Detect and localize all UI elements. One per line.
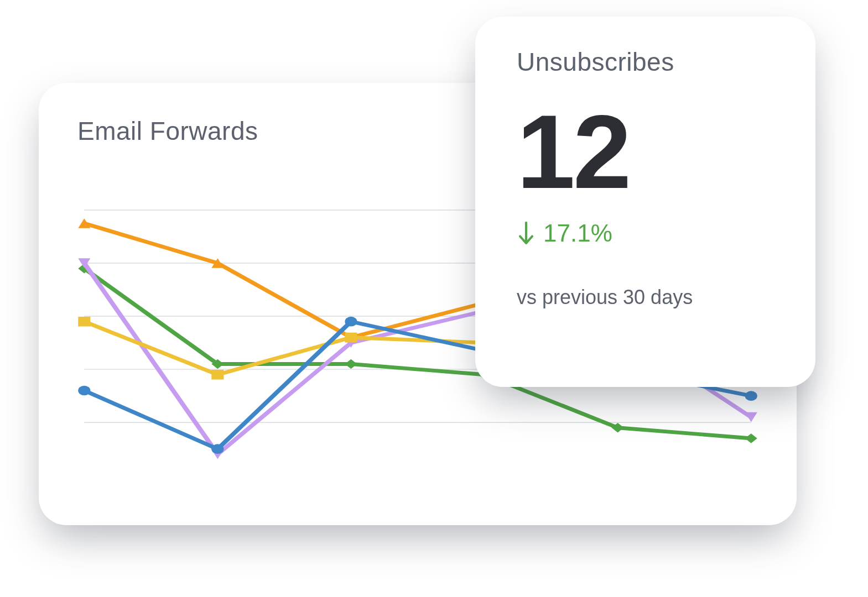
chart-point <box>78 317 90 327</box>
svg-rect-25 <box>345 333 357 343</box>
svg-point-31 <box>345 317 357 327</box>
svg-point-29 <box>78 386 90 396</box>
svg-point-34 <box>745 391 757 401</box>
chart-point <box>745 391 757 401</box>
svg-marker-16 <box>745 433 757 443</box>
chart-point <box>211 370 224 380</box>
kpi-title: Unsubscribes <box>517 47 777 77</box>
kpi-delta: 17.1% <box>517 219 777 247</box>
chart-point <box>78 386 90 396</box>
chart-point <box>345 333 357 343</box>
svg-marker-22 <box>745 412 757 422</box>
unsubscribes-card: Unsubscribes 12 17.1% vs previous 30 day… <box>475 17 815 387</box>
kpi-delta-text: 17.1% <box>543 219 612 247</box>
svg-rect-24 <box>211 370 224 380</box>
svg-point-30 <box>211 444 224 454</box>
svg-rect-23 <box>78 317 90 327</box>
arrow-down-icon <box>517 221 536 245</box>
chart-point <box>211 444 224 454</box>
svg-marker-13 <box>345 359 357 369</box>
chart-point <box>345 317 357 327</box>
chart-point <box>745 433 757 443</box>
kpi-value: 12 <box>517 99 777 204</box>
kpi-compare-text: vs previous 30 days <box>517 286 777 309</box>
chart-point <box>745 412 757 422</box>
chart-point <box>345 359 357 369</box>
